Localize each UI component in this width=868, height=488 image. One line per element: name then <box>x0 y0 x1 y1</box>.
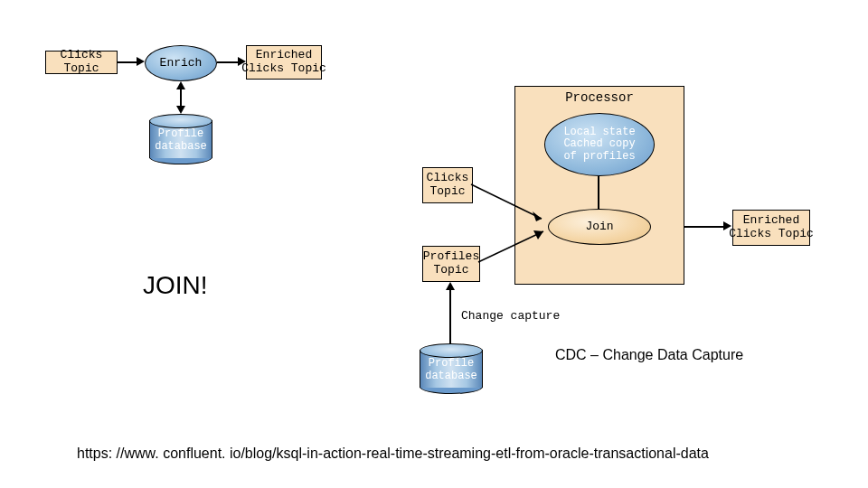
box-enriched-right: Enriched Clicks Topic <box>732 210 810 246</box>
arrow-profiles-to-join <box>478 226 555 267</box>
label-profile-db-right: Profile database <box>420 358 483 383</box>
connector-line <box>598 176 599 209</box>
arrow-clicks-to-join <box>471 181 552 226</box>
svg-marker-1 <box>533 211 542 221</box>
svg-line-2 <box>478 231 543 262</box>
arrow-line <box>118 61 137 63</box>
label-local-state: Local state Cached copy of profiles <box>563 127 635 163</box>
arrow-line <box>684 226 724 228</box>
cylinder-profile-db-right: Profile database <box>420 343 483 394</box>
text-cdc: CDC – Change Data Capture <box>555 347 743 363</box>
label-clicks-topic-left: Clicks Topic <box>46 49 117 76</box>
svg-line-0 <box>471 184 542 219</box>
arrow-head-up-icon <box>446 282 455 290</box>
label-join: Join <box>585 221 613 233</box>
text-url: https: //www. confluent. io/blog/ksql-in… <box>77 446 709 462</box>
label-change-capture: Change capture <box>461 309 560 323</box>
box-clicks-topic-right: Clicks Topic <box>422 167 473 203</box>
oval-join: Join <box>548 209 651 245</box>
text-join: JOIN! <box>143 271 208 300</box>
arrow-head-right-icon <box>137 57 145 66</box>
arrow-line <box>449 289 451 343</box>
label-enrich: Enrich <box>160 57 203 70</box>
oval-local-state: Local state Cached copy of profiles <box>544 113 655 176</box>
arrow-head-right-icon <box>723 221 731 230</box>
label-profile-db-left: Profile database <box>149 128 212 154</box>
box-profiles-topic: Profiles Topic <box>422 246 480 282</box>
label-processor: Processor <box>515 90 684 105</box>
cylinder-profile-db-left: Profile database <box>149 114 212 164</box>
label-profiles-topic: Profiles Topic <box>423 250 479 277</box>
arrow-head-down-icon <box>176 106 185 114</box>
box-enriched-left: Enriched Clicks Topic <box>246 45 322 80</box>
oval-enrich: Enrich <box>145 45 217 81</box>
label-enriched-right: Enriched Clicks Topic <box>729 214 814 241</box>
label-enriched-left: Enriched Clicks Topic <box>241 49 326 76</box>
arrow-line <box>180 89 182 107</box>
box-clicks-topic-left: Clicks Topic <box>45 51 118 74</box>
label-clicks-topic-right: Clicks Topic <box>427 172 469 199</box>
arrow-line <box>217 61 239 63</box>
